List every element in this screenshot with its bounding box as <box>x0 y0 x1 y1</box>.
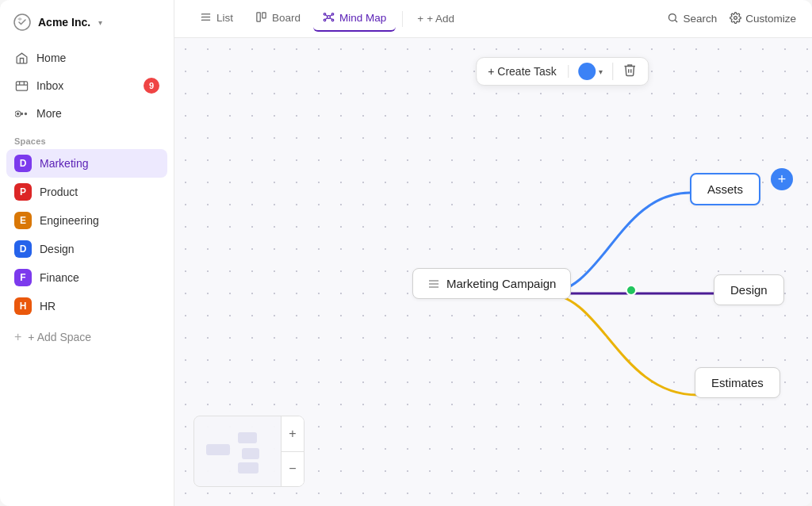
svg-point-2 <box>17 113 18 114</box>
tab-separator <box>402 11 403 27</box>
home-label: Home <box>36 52 66 64</box>
minimap-node-2 <box>238 432 257 443</box>
svg-rect-9 <box>257 12 260 21</box>
product-label: Product <box>40 186 78 198</box>
add-view-icon: + <box>417 13 423 25</box>
app-header[interactable]: Acme Inc. ▾ <box>0 13 174 44</box>
app-name: Acme Inc. <box>38 16 90 29</box>
list-tab-icon <box>200 11 212 25</box>
add-space-label: + Add Space <box>28 331 91 343</box>
customize-icon <box>730 12 741 26</box>
mindmap-tab-label: Mind Map <box>339 12 386 24</box>
board-tab-icon <box>255 11 267 25</box>
spaces-section-label: Spaces <box>0 127 174 149</box>
more-icon <box>14 106 29 121</box>
mindmap-canvas: + Create Task ▾ Marketing Campaign Asset… <box>174 38 812 506</box>
color-chevron-icon: ▾ <box>599 67 603 76</box>
delete-button[interactable] <box>613 63 637 80</box>
mindmap-node-root[interactable]: Marketing Campaign <box>412 268 571 299</box>
node-list-icon <box>427 278 440 290</box>
mindmap-node-assets[interactable]: Assets <box>690 173 760 205</box>
list-tab-label: List <box>216 12 233 24</box>
app-chevron-icon: ▾ <box>98 18 102 27</box>
inbox-icon <box>14 79 29 93</box>
inbox-badge: 9 <box>144 78 159 94</box>
space-item-hr[interactable]: H HR <box>6 292 167 320</box>
minimap: + − <box>193 416 304 487</box>
spaces-list: D Marketing P Product E Engineering D De… <box>0 149 174 320</box>
engineering-icon: E <box>14 212 32 229</box>
topbar: List Board Mind Map + + Add <box>174 0 812 38</box>
zoom-out-button[interactable]: − <box>282 452 304 487</box>
space-item-engineering[interactable]: E Engineering <box>6 206 167 235</box>
finance-icon: F <box>14 269 32 286</box>
svg-line-16 <box>326 15 327 16</box>
customize-button[interactable]: Customize <box>730 12 796 26</box>
space-item-product[interactable]: P Product <box>6 178 167 206</box>
topbar-right: Search Customize <box>667 12 796 26</box>
svg-rect-1 <box>16 81 27 90</box>
svg-rect-10 <box>262 12 266 17</box>
design-icon: D <box>14 240 32 258</box>
add-space-icon: + <box>14 330 21 344</box>
create-task-label: + Create Task <box>488 65 557 78</box>
marketing-icon: D <box>14 155 32 172</box>
svg-point-12 <box>324 13 326 15</box>
hr-icon: H <box>14 297 32 315</box>
svg-point-13 <box>331 13 334 15</box>
search-label: Search <box>683 13 717 25</box>
mindmap-node-estimates[interactable]: Estimates <box>695 367 780 398</box>
sidebar-item-inbox[interactable]: Inbox 9 <box>6 71 167 100</box>
minimap-content <box>194 416 281 486</box>
mindmap-node-design[interactable]: Design <box>714 274 784 305</box>
app-logo <box>13 13 32 32</box>
svg-point-14 <box>324 19 326 21</box>
svg-point-3 <box>21 113 22 114</box>
tab-mindmap[interactable]: Mind Map <box>313 6 396 32</box>
svg-point-4 <box>25 113 26 114</box>
design-label: Design <box>730 283 768 297</box>
tab-board[interactable]: Board <box>246 6 310 32</box>
customize-label: Customize <box>745 13 796 25</box>
space-item-finance[interactable]: F Finance <box>6 263 167 292</box>
mindmap-tab-icon <box>323 11 335 25</box>
svg-line-18 <box>326 17 327 18</box>
add-view-label: + Add <box>427 13 454 25</box>
product-icon: P <box>14 183 32 201</box>
create-task-button[interactable]: + Create Task <box>488 65 569 78</box>
minimap-node-3 <box>242 448 259 459</box>
space-item-marketing[interactable]: D Marketing <box>6 149 167 178</box>
add-child-button[interactable]: + <box>771 168 793 190</box>
minimap-controls: + − <box>281 416 304 486</box>
svg-point-15 <box>331 19 334 21</box>
svg-line-21 <box>676 20 678 22</box>
search-button[interactable]: Search <box>667 12 717 26</box>
svg-point-22 <box>734 16 737 19</box>
svg-line-17 <box>330 15 331 16</box>
sidebar: Acme Inc. ▾ Home Inbox 9 <box>0 0 174 506</box>
add-view-button[interactable]: + + Add <box>409 8 462 29</box>
more-label: More <box>36 107 62 120</box>
tab-list[interactable]: List <box>190 6 243 32</box>
sidebar-navigation: Home Inbox 9 More <box>0 44 174 127</box>
design-label: Design <box>40 243 75 255</box>
search-icon <box>667 12 679 26</box>
zoom-in-button[interactable]: + <box>282 416 304 452</box>
svg-point-11 <box>327 15 331 18</box>
finance-label: Finance <box>40 271 79 284</box>
inbox-label: Inbox <box>36 79 63 92</box>
svg-point-20 <box>669 13 676 21</box>
sidebar-item-more[interactable]: More <box>6 100 167 127</box>
color-picker[interactable]: ▾ <box>569 63 613 80</box>
add-space-button[interactable]: + + Add Space <box>0 324 174 351</box>
engineering-label: Engineering <box>40 214 99 227</box>
marketing-label: Marketing <box>40 157 88 170</box>
space-item-design[interactable]: D Design <box>6 235 167 263</box>
minimap-node <box>206 444 230 455</box>
svg-line-19 <box>330 17 331 18</box>
board-tab-label: Board <box>272 12 301 24</box>
sidebar-item-home[interactable]: Home <box>6 44 167 71</box>
hr-label: HR <box>40 300 56 312</box>
assets-label: Assets <box>707 182 743 196</box>
color-dot <box>578 63 596 80</box>
